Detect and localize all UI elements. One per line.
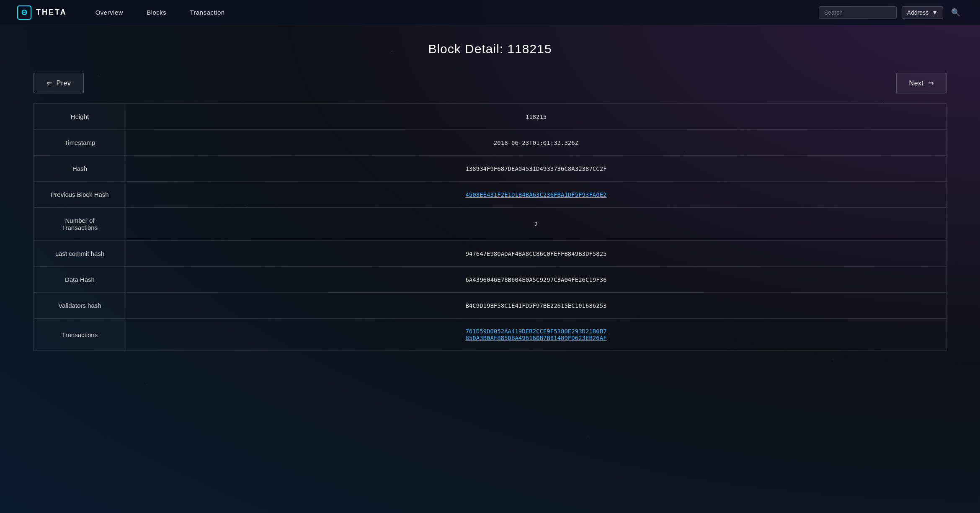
table-row: Hash138934F9F687DEA04531D4933736C8A32387… — [34, 156, 946, 182]
row-value: 118215 — [126, 104, 946, 130]
search-icon-button[interactable]: 🔍 — [948, 5, 963, 20]
logo-text: THETA — [36, 8, 67, 17]
address-dropdown[interactable]: Address ▼ — [902, 6, 943, 19]
block-detail-table: Height118215Timestamp2018-06-23T01:01:32… — [34, 103, 946, 351]
theta-logo-icon: Θ — [17, 5, 32, 20]
row-link[interactable]: 4508EE431F2E1D1B4BA63C236FBA1DF5F93FA0E2 — [139, 191, 934, 198]
row-value: 2018-06-23T01:01:32.326Z — [126, 130, 946, 156]
row-link[interactable]: 761D59D0052AA419DEB2CCE9F5380E293D21B0B7 — [139, 328, 934, 335]
next-label: Next — [909, 80, 924, 87]
table-row: Validators hashB4C9D19BF58C1E41FD5F97BE2… — [34, 293, 946, 319]
row-label: Timestamp — [34, 130, 126, 156]
address-dropdown-label: Address — [907, 9, 928, 16]
svg-text:Θ: Θ — [21, 8, 27, 17]
table-row: Previous Block Hash4508EE431F2E1D1B4BA63… — [34, 182, 946, 208]
table-row: Timestamp2018-06-23T01:01:32.326Z — [34, 130, 946, 156]
main-content: Block Detail: 118215 ⇐ Prev Next ⇒ Heigh… — [0, 25, 980, 368]
row-label: Last commit hash — [34, 241, 126, 267]
chevron-down-icon: ▼ — [932, 9, 938, 16]
table-row: Number of Transactions2 — [34, 208, 946, 241]
table-row: Data Hash6A4396046E78B604E0A5C9297C3A04F… — [34, 267, 946, 293]
row-label: Previous Block Hash — [34, 182, 126, 208]
nav-links: Overview Blocks Transaction — [84, 9, 819, 16]
row-value[interactable]: 761D59D0052AA419DEB2CCE9F5380E293D21B0B7… — [126, 319, 946, 351]
row-label: Validators hash — [34, 293, 126, 319]
row-value: B4C9D19BF58C1E41FD5F97BE22615EC101686253 — [126, 293, 946, 319]
nav-transaction[interactable]: Transaction — [178, 9, 236, 16]
page-title: Block Detail: 118215 — [34, 42, 946, 56]
row-label: Height — [34, 104, 126, 130]
search-container — [819, 6, 897, 19]
prev-button[interactable]: ⇐ Prev — [34, 73, 84, 93]
next-button[interactable]: Next ⇒ — [896, 73, 946, 93]
nav-blocks[interactable]: Blocks — [135, 9, 178, 16]
nav-overview[interactable]: Overview — [84, 9, 135, 16]
navigation: Θ THETA Overview Blocks Transaction Addr… — [0, 0, 980, 25]
row-label: Data Hash — [34, 267, 126, 293]
table-row: Last commit hash947647E980ADAF4BA8CC86C0… — [34, 241, 946, 267]
nav-right: Address ▼ 🔍 — [819, 5, 963, 20]
table-row: Height118215 — [34, 104, 946, 130]
row-value: 2 — [126, 208, 946, 241]
search-icon: 🔍 — [951, 8, 960, 17]
row-value: 138934F9F687DEA04531D4933736C8A32387CC2F — [126, 156, 946, 182]
row-label: Transactions — [34, 319, 126, 351]
row-label: Number of Transactions — [34, 208, 126, 241]
logo[interactable]: Θ THETA — [17, 5, 67, 20]
block-navigation: ⇐ Prev Next ⇒ — [34, 73, 946, 93]
table-row: Transactions761D59D0052AA419DEB2CCE9F538… — [34, 319, 946, 351]
next-icon: ⇒ — [928, 79, 934, 87]
prev-icon: ⇐ — [46, 79, 52, 87]
row-value: 947647E980ADAF4BA8CC86C0FEFFB849B3DF5825 — [126, 241, 946, 267]
prev-label: Prev — [57, 80, 71, 87]
row-value: 6A4396046E78B604E0A5C9297C3A04FE26C19F36 — [126, 267, 946, 293]
row-label: Hash — [34, 156, 126, 182]
search-input[interactable] — [824, 9, 891, 16]
row-value[interactable]: 4508EE431F2E1D1B4BA63C236FBA1DF5F93FA0E2 — [126, 182, 946, 208]
row-link[interactable]: 850A3B0AF885DBA496160B7B81489FD623EB26AF — [139, 335, 934, 341]
